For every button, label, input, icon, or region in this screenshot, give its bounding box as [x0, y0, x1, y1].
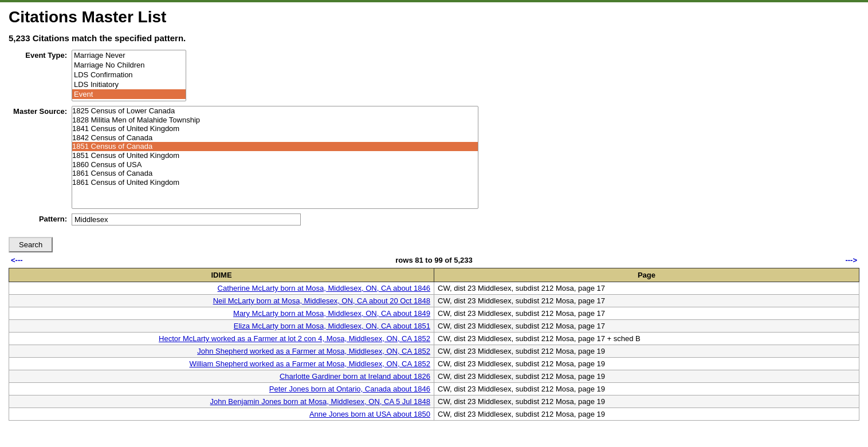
event-type-option-marriage-never[interactable]: Marriage Never — [72, 50, 186, 60]
source-option-1828[interactable]: 1828 Militia Men of Malahide Township — [72, 116, 478, 125]
results-nav: <--- rows 81 to 99 of 5,233 ---> — [9, 252, 859, 268]
event-type-option-lds-initiatory[interactable]: LDS Initiatory — [72, 80, 186, 89]
idime-link[interactable]: John Shepherd worked as a Farmer at Mosa… — [197, 347, 430, 355]
table-row: Anne Jones born at USA about 1850CW, dis… — [9, 408, 859, 421]
page-cell: CW, dist 23 Middlesex, subdist 212 Mosa,… — [434, 358, 859, 370]
prev-page-link[interactable]: <--- — [11, 256, 23, 264]
event-type-label: Event Type: — [9, 50, 72, 60]
pattern-row: Pattern: — [9, 213, 859, 226]
idime-link[interactable]: Peter Jones born at Ontario, Canada abou… — [269, 385, 430, 393]
idime-link[interactable]: Mary McLarty born at Mosa, Middlesex, ON… — [233, 309, 430, 318]
idime-link[interactable]: Eliza McLarty born at Mosa, Middlesex, O… — [234, 322, 430, 330]
col-header-idime: IDIME — [9, 268, 434, 282]
master-source-label: Master Source: — [9, 106, 72, 116]
table-row: Hector McLarty worked as a Farmer at lot… — [9, 333, 859, 345]
event-type-option-lds-confirmation[interactable]: LDS Confirmation — [72, 70, 186, 80]
idime-link[interactable]: Hector McLarty worked as a Farmer at lot… — [159, 334, 430, 343]
idime-cell: William Shepherd worked as a Farmer at M… — [9, 358, 434, 370]
idime-link[interactable]: William Shepherd worked as a Farmer at M… — [189, 359, 430, 368]
event-type-select[interactable]: Marriage Never Marriage No Children LDS … — [72, 50, 186, 101]
table-header-row: IDIME Page — [9, 268, 859, 282]
table-row: Neil McLarty born at Mosa, Middlesex, ON… — [9, 295, 859, 307]
search-button[interactable]: Search — [9, 237, 53, 252]
source-option-1842[interactable]: 1842 Census of Canada — [72, 133, 478, 143]
page-container: Citations Master List 5,233 Citations ma… — [0, 2, 868, 426]
table-row: William Shepherd worked as a Farmer at M… — [9, 358, 859, 370]
idime-link[interactable]: Charlotte Gardiner born at Ireland about… — [280, 372, 430, 381]
idime-cell: Charlotte Gardiner born at Ireland about… — [9, 370, 434, 383]
search-form: Event Type: Marriage Never Marriage No C… — [9, 50, 859, 226]
table-row: Peter Jones born at Ontario, Canada abou… — [9, 383, 859, 395]
table-row: Charlotte Gardiner born at Ireland about… — [9, 370, 859, 383]
page-cell: CW, dist 23 Middlesex, subdist 212 Mosa,… — [434, 408, 859, 421]
idime-cell: Eliza McLarty born at Mosa, Middlesex, O… — [9, 320, 434, 333]
source-option-1825[interactable]: 1825 Census of Lower Canada — [72, 106, 478, 116]
idime-cell: Hector McLarty worked as a Farmer at lot… — [9, 333, 434, 345]
page-cell: CW, dist 23 Middlesex, subdist 212 Mosa,… — [434, 282, 859, 295]
idime-cell: Anne Jones born at USA about 1850 — [9, 408, 434, 421]
page-cell: CW, dist 23 Middlesex, subdist 212 Mosa,… — [434, 345, 859, 358]
table-row: Eliza McLarty born at Mosa, Middlesex, O… — [9, 320, 859, 333]
event-type-option-event[interactable]: Event — [72, 89, 186, 99]
page-cell: CW, dist 23 Middlesex, subdist 212 Mosa,… — [434, 395, 859, 408]
page-title: Citations Master List — [9, 8, 859, 26]
page-cell: CW, dist 23 Middlesex, subdist 212 Mosa,… — [434, 307, 859, 320]
pattern-label: Pattern: — [9, 213, 72, 223]
idime-link[interactable]: Anne Jones born at USA about 1850 — [309, 410, 430, 418]
idime-cell: Mary McLarty born at Mosa, Middlesex, ON… — [9, 307, 434, 320]
col-header-page: Page — [434, 268, 859, 282]
event-type-row: Event Type: Marriage Never Marriage No C… — [9, 50, 859, 101]
row-info: rows 81 to 99 of 5,233 — [395, 256, 472, 264]
results-table: IDIME Page Catherine McLarty born at Mos… — [9, 268, 859, 421]
table-row: John Benjamin Jones born at Mosa, Middle… — [9, 395, 859, 408]
idime-link[interactable]: John Benjamin Jones born at Mosa, Middle… — [210, 397, 430, 406]
pattern-input[interactable] — [72, 213, 301, 226]
source-option-1861-canada[interactable]: 1861 Census of Canada — [72, 169, 478, 178]
source-option-1841-uk[interactable]: 1841 Census of United Kingdom — [72, 124, 478, 133]
table-row: John Shepherd worked as a Farmer at Mosa… — [9, 345, 859, 358]
idime-cell: Peter Jones born at Ontario, Canada abou… — [9, 383, 434, 395]
source-option-1860[interactable]: 1860 Census of USA — [72, 160, 478, 169]
event-type-option-marriage-no-children[interactable]: Marriage No Children — [72, 60, 186, 70]
page-cell: CW, dist 23 Middlesex, subdist 212 Mosa,… — [434, 383, 859, 395]
idime-link[interactable]: Neil McLarty born at Mosa, Middlesex, ON… — [213, 296, 430, 305]
source-option-1861-uk[interactable]: 1861 Census of United Kingdom — [72, 178, 478, 187]
idime-cell: Neil McLarty born at Mosa, Middlesex, ON… — [9, 295, 434, 307]
source-option-1851-uk[interactable]: 1851 Census of United Kingdom — [72, 151, 478, 160]
page-cell: CW, dist 23 Middlesex, subdist 212 Mosa,… — [434, 370, 859, 383]
idime-cell: John Benjamin Jones born at Mosa, Middle… — [9, 395, 434, 408]
master-source-row: Master Source: 1825 Census of Lower Cana… — [9, 106, 859, 209]
idime-cell: John Shepherd worked as a Farmer at Mosa… — [9, 345, 434, 358]
match-count: 5,233 Citations match the specified patt… — [9, 33, 859, 43]
page-cell: CW, dist 23 Middlesex, subdist 212 Mosa,… — [434, 333, 859, 345]
master-source-select[interactable]: 1825 Census of Lower Canada 1828 Militia… — [72, 106, 478, 209]
page-cell: CW, dist 23 Middlesex, subdist 212 Mosa,… — [434, 295, 859, 307]
page-cell: CW, dist 23 Middlesex, subdist 212 Mosa,… — [434, 320, 859, 333]
idime-link[interactable]: Catherine McLarty born at Mosa, Middlese… — [218, 284, 430, 292]
table-row: Catherine McLarty born at Mosa, Middlese… — [9, 282, 859, 295]
next-page-link[interactable]: ---> — [845, 256, 857, 264]
source-option-1851-canada[interactable]: 1851 Census of Canada — [72, 142, 478, 151]
table-row: Mary McLarty born at Mosa, Middlesex, ON… — [9, 307, 859, 320]
idime-cell: Catherine McLarty born at Mosa, Middlese… — [9, 282, 434, 295]
